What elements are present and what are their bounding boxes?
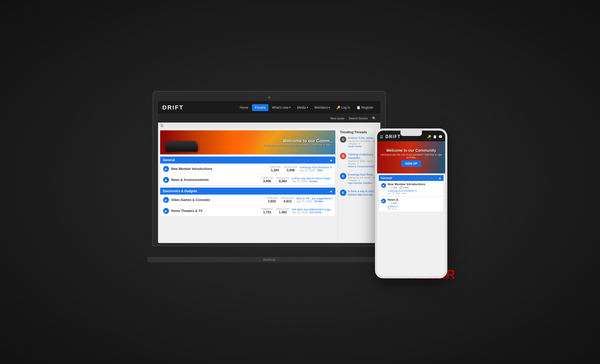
phone-forum-stats: 📄 3,406 [388, 202, 441, 204]
forum-expand-icon[interactable]: ▶ [163, 177, 169, 183]
forum-messages-stat: Messages 3,008 [284, 166, 298, 172]
phone-forum-info: New Member Introductions 📄 1,284 💬 3,008 [388, 183, 441, 195]
latest-user-link[interactable]: Kris Smith [309, 211, 322, 214]
category-body-electronics: ▶ Video Games & Consoles Threads 2,602 [160, 195, 335, 217]
home-icon[interactable]: 🏠 [160, 124, 164, 127]
forum-subbar: New posts Search forums 🔍 [158, 114, 380, 123]
trending-item: U Amazon Echo: some... Started by Unforg… [340, 136, 378, 150]
category-general: General ▲ ▶ New Member Introductions [160, 157, 335, 185]
phone-forum-name[interactable]: News & [388, 198, 441, 201]
nav-login[interactable]: 🔑 Log in [334, 104, 353, 111]
new-posts-link[interactable]: New posts [331, 117, 344, 120]
category-electronics: Electronics & Gadgets ▲ ▶ Video Games & … [160, 188, 335, 217]
latest-user-link[interactable]: Droilfan [314, 200, 323, 203]
laptop-body: DRIFT Home Forums What's new ▾ Media ▾ [153, 91, 386, 246]
scene: DRIFT Home Forums What's new ▾ Media ▾ [153, 91, 447, 273]
phone-latest-link[interactable]: Greetings from Rockford, IL [388, 189, 441, 192]
forum-navbar: DRIFT Home Forums What's new ▾ Media ▾ [158, 101, 380, 114]
signup-button[interactable]: SIGN UP [401, 160, 421, 167]
phone-category-header: General ▲ [379, 175, 444, 181]
phone-banner-title: Welcome to our Community [380, 148, 442, 153]
category-header-general: General ▲ [160, 157, 335, 164]
trending-category-link[interactable]: Smart Home [348, 145, 378, 148]
welcome-banner: Welcome to our Comm... Wanting to join t… [160, 130, 335, 154]
laptop-base [147, 257, 391, 262]
collapse-icon[interactable]: ▲ [438, 176, 441, 180]
forum-name[interactable]: New Member Introductions [171, 167, 267, 171]
trending-category-link[interactable]: New Member Introduc... [348, 182, 378, 184]
latest-user-link[interactable]: Nikki [317, 169, 323, 172]
phone-forum-stats: 📄 1,284 💬 3,008 [388, 186, 441, 189]
banner-car-image [160, 130, 265, 154]
phone-forum-row: ▶ New Member Introductions 📄 1,284 💬 3,0… [379, 181, 444, 196]
forum-latest: New to VR...any suggestions? Jan 15, 201… [297, 197, 332, 203]
phone-forum-expand-icon[interactable]: ▶ [381, 199, 386, 203]
forum-name[interactable]: Video Games & Consoles [171, 198, 264, 202]
hamburger-icon[interactable]: ☰ [380, 135, 383, 139]
phone-threads-stat: 📄 3,406 [388, 202, 397, 204]
latest-user-link[interactable]: amalia [309, 180, 317, 183]
avatar: U [340, 136, 346, 143]
nav-whats-new[interactable]: What's new ▾ [269, 104, 294, 111]
trending-content: Greetings from Rock... Started by Kris S… [348, 173, 378, 184]
avatar: K [340, 173, 346, 179]
forum-threads-stat: Threads 1,284 [269, 166, 281, 172]
forum-messages-stat: Messages 1,482 [276, 208, 290, 214]
bookmark-icon: 📋 [433, 135, 437, 139]
latest-meta: Jan 15, 2018 · Droilfan [297, 200, 332, 203]
nav-home[interactable]: Home [237, 104, 251, 111]
latest-thread-link[interactable]: New to VR...any suggestions? [297, 197, 332, 200]
forum-name[interactable]: News & Announcements [171, 178, 259, 182]
phone-forum-expand-icon[interactable]: ▶ [381, 183, 386, 188]
nav-register[interactable]: 📋 Register [354, 104, 376, 111]
latest-meta: Jan 15, 2018 · Kris Smith [292, 211, 332, 214]
forum-row: ▶ News & Announcements Threads 3,406 [160, 175, 335, 185]
forum-threads-stat: Threads 1,733 [261, 208, 273, 214]
nav-media[interactable]: Media ▾ [294, 104, 311, 111]
collapse-icon[interactable]: ▲ [329, 189, 333, 193]
trending-thread-link[interactable]: Amazon Echo: some... [348, 136, 378, 140]
forum-latest: Greetings from Rockford, IL Jan 15, 2018… [299, 166, 332, 172]
latest-thread-link[interactable]: Greetings from Rockford, IL [299, 166, 332, 169]
phone-forum-name[interactable]: New Member Introductions [388, 183, 441, 186]
register-icon: 📋 [357, 106, 361, 109]
forum-name[interactable]: Home Theaters & TV [171, 209, 259, 213]
forum-row: ▶ Video Games & Consoles Threads 2,602 [160, 195, 335, 206]
forum-content: Welcome to our Comm... Wanting to join t… [158, 128, 380, 243]
chevron-down-icon: ▾ [329, 106, 330, 109]
key-icon: 🔑 [336, 106, 340, 109]
laptop: DRIFT Home Forums What's new ▾ Media ▾ [153, 91, 386, 262]
phone-threads-stat: 📄 1,284 [388, 186, 397, 189]
nav-members[interactable]: Members ▾ [312, 104, 333, 111]
forum-expand-icon[interactable]: ▶ [163, 166, 169, 172]
trending-thread-link[interactable]: Greetings from Rock... [348, 173, 378, 176]
forum-row: ▶ New Member Introductions Threads 1,284 [160, 164, 335, 175]
nav-forums[interactable]: Forums [252, 104, 268, 111]
forum-latest: Sub died, any replacement sugg... Jan 15… [292, 208, 332, 214]
trending-content: Is there a way to reco... deleted data f… [348, 189, 378, 196]
search-forums-link[interactable]: Search forums [348, 117, 368, 120]
forum-threads-stat: Threads 2,602 [266, 197, 278, 203]
phone-latest-link[interactable]: Is there a... [388, 205, 441, 208]
site-logo: DRIFT [162, 104, 184, 111]
forum-stats: Threads 1,733 Messages 1,482 [261, 208, 290, 214]
search-icon[interactable]: 🔍 [372, 116, 376, 120]
collapse-icon[interactable]: ▲ [329, 158, 333, 162]
trending-item: K Is there a way to reco... deleted data… [340, 189, 378, 199]
forum-main: Welcome to our Comm... Wanting to join t… [158, 128, 338, 243]
latest-thread-link[interactable]: Sub died, any replacement sugg... [292, 208, 332, 211]
key-icon: 🔑 [427, 135, 431, 139]
phone-messages-stat: 💬 3,008 [399, 186, 409, 189]
trending-category-link[interactable]: News & Announcements [348, 165, 378, 168]
forum-expand-icon[interactable]: ▶ [163, 208, 169, 214]
avatar: K [340, 189, 346, 196]
trending-thread-link[interactable]: Thinking of starting a newsletter... [348, 153, 378, 160]
forum-expand-icon[interactable]: ▶ [163, 197, 169, 203]
trending-thread-link[interactable]: Is there a way to reco... deleted data f… [348, 189, 378, 196]
category-header-electronics: Electronics & Gadgets ▲ [160, 188, 335, 195]
forum-messages-stat: Messages 8,064 [276, 177, 290, 183]
forum-stats: Threads 2,602 Messages 6,912 [266, 197, 295, 203]
phone-notch [400, 131, 422, 136]
latest-thread-link[interactable]: Is there any way to resize image... [292, 177, 332, 180]
latest-meta: Jan 15, 2018 · Nikki [299, 169, 332, 172]
